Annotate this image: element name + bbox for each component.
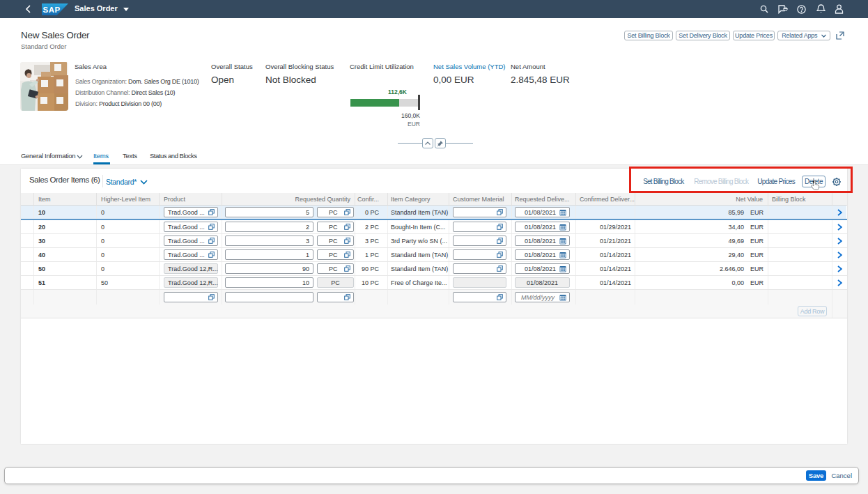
- svg-text:112,6K: 112,6K: [388, 88, 408, 95]
- svg-text:160,0K: 160,0K: [401, 112, 420, 119]
- svg-text:EUR: EUR: [408, 121, 420, 128]
- svg-text:SAP: SAP: [43, 6, 61, 14]
